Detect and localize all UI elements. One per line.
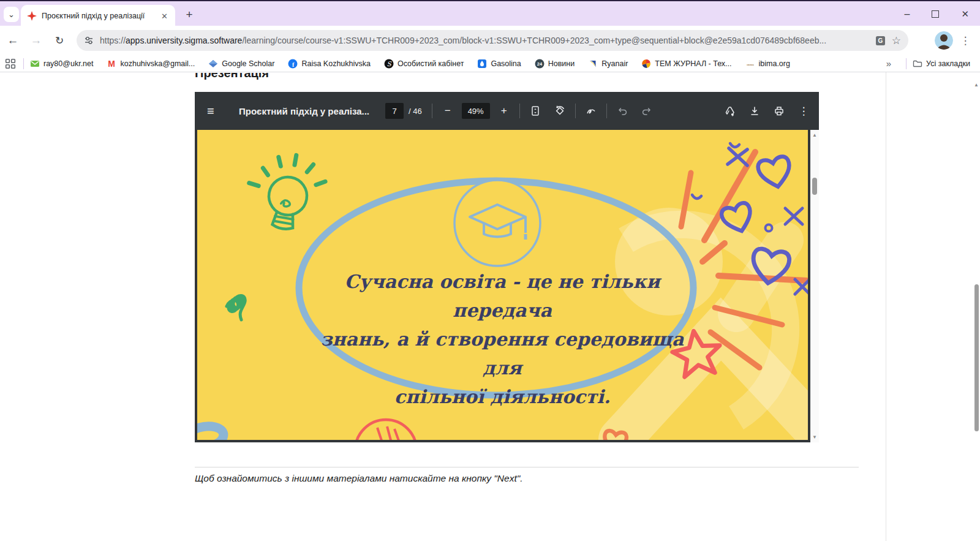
pdf-page-total: / 46 <box>409 107 422 116</box>
graduation-cap-badge <box>454 180 540 266</box>
all-bookmarks-button[interactable]: Усі закладки <box>913 59 970 69</box>
bookmark-item-ryanair[interactable]: Ryanair <box>588 59 628 69</box>
bookmark-item-ukrnet[interactable]: ray80@ukr.net <box>30 59 93 69</box>
pdf-page-input[interactable]: 7 <box>385 103 404 119</box>
page-scrollbar[interactable]: ▲ <box>973 76 980 541</box>
undo-icon[interactable] <box>617 105 628 116</box>
bookmark-label: Ryanair <box>601 59 628 68</box>
zoom-level[interactable]: 49% <box>462 103 490 119</box>
slide-page: Сучасна освіта - це не тільки передача з… <box>197 130 808 440</box>
content-divider <box>195 467 859 467</box>
bookmarks-bar: ray80@ukr.net M kozhuhivska@gmail... Goo… <box>0 55 980 72</box>
pdf-more-options-icon[interactable]: ⋮ <box>798 105 809 116</box>
ukrnet-mail-icon <box>30 59 40 69</box>
fit-page-icon[interactable] <box>530 105 541 116</box>
bookmarks-separator <box>23 58 24 69</box>
apps-grid-icon[interactable] <box>5 58 16 69</box>
ryanair-icon <box>588 59 598 69</box>
svg-text:G: G <box>878 37 883 44</box>
address-bar[interactable]: https://apps.university.sigma.software/l… <box>77 30 908 51</box>
bookmark-item-facebook[interactable]: f Raisa Kozhukhivska <box>288 59 371 69</box>
bookmark-label: Особистий кабінет <box>398 59 464 68</box>
profile-avatar[interactable] <box>935 31 953 50</box>
svg-text:S: S <box>386 60 391 67</box>
translate-icon[interactable]: G <box>875 36 886 46</box>
url-domain: apps.university.sigma.software <box>126 36 242 45</box>
close-button[interactable]: ✕ <box>961 9 969 20</box>
page-heading-clipped: Презентація <box>195 73 379 81</box>
tab-favicon-icon <box>27 11 37 21</box>
svg-text:M: M <box>108 59 116 69</box>
bookmark-item-ibima[interactable]: ıвıма ibima.org <box>745 59 790 69</box>
gasolina-icon <box>477 59 487 69</box>
back-button[interactable]: ← <box>5 32 21 48</box>
zoom-in-button[interactable]: + <box>499 105 510 117</box>
personal-cabinet-icon: S <box>384 59 394 69</box>
bookmark-label: ray80@ukr.net <box>43 59 93 68</box>
folder-icon <box>913 59 922 69</box>
quote-line: знань, а й створення середовища для <box>300 325 704 382</box>
facebook-icon: f <box>288 59 298 69</box>
annotate-pen-icon[interactable] <box>586 105 597 116</box>
bookmark-label: Raisa Kozhukhivska <box>301 59 371 68</box>
new-tab-button[interactable]: + <box>181 7 197 23</box>
pdf-scrollbar[interactable]: ▲ ▼ <box>810 130 819 442</box>
lightbulb-doodle <box>243 148 329 235</box>
add-to-drive-icon[interactable] <box>725 105 736 116</box>
page-scrollbar-thumb[interactable] <box>974 284 979 431</box>
pdf-menu-icon[interactable]: ≡ <box>207 105 218 116</box>
pdf-toolbar-divider <box>519 104 520 118</box>
slide-quote: Сучасна освіта - це не тільки передача з… <box>300 267 704 411</box>
quote-line: спільної діяльності. <box>300 382 704 411</box>
download-icon[interactable] <box>749 105 760 116</box>
bookmark-item-gasolina[interactable]: Gasolina <box>477 59 521 69</box>
tab-title: Проєктний підхід у реалізації <box>42 12 155 20</box>
browser-titlebar: ⌄ Проєктний підхід у реалізації ✕ + – ✕ <box>0 0 980 26</box>
forward-button[interactable]: → <box>28 32 44 48</box>
bookmark-star-icon[interactable]: ☆ <box>892 34 901 47</box>
bookmark-item-personal-cabinet[interactable]: S Особистий кабінет <box>384 59 464 69</box>
pdf-toolbar-divider <box>575 104 576 118</box>
svg-text:ıвıма: ıвıма <box>747 63 754 66</box>
redo-icon[interactable] <box>641 105 652 116</box>
browser-toolbar: ← → ↻ https://apps.university.sigma.soft… <box>0 26 980 55</box>
maximize-button[interactable] <box>932 10 939 18</box>
print-icon[interactable] <box>774 105 785 116</box>
bookmark-item-tem-journal[interactable]: ТЕМ ЖУРНАЛ - Тех... <box>641 59 731 69</box>
pdf-title: Проєктний підхід у реаліза... <box>239 106 369 116</box>
bookmark-label: ibima.org <box>759 59 790 68</box>
ibima-icon: ıвıма <box>745 59 755 69</box>
browser-menu-icon[interactable]: ⋮ <box>958 32 973 48</box>
pdf-scroll-up-icon[interactable]: ▲ <box>810 132 819 138</box>
tab-search-button[interactable]: ⌄ <box>4 7 19 22</box>
url-path: /learning/course/course-v1:SSWU+TCHR009+… <box>242 36 826 45</box>
news-24-icon: 24 <box>535 59 545 69</box>
bookmark-label: Gasolina <box>491 59 521 68</box>
page-scroll-up-icon[interactable]: ▲ <box>974 82 979 88</box>
all-bookmarks-label: Усі закладки <box>926 59 970 68</box>
tem-journal-icon <box>641 59 651 69</box>
pdf-viewer: ≡ Проєктний підхід у реаліза... 7 / 46 −… <box>195 92 819 442</box>
bookmark-label: Новини <box>548 59 575 68</box>
bookmark-item-gmail[interactable]: M kozhuhivska@gmail... <box>107 59 195 69</box>
url-text[interactable]: https://apps.university.sigma.software/l… <box>100 36 869 45</box>
pdf-toolbar-divider <box>606 104 607 118</box>
bookmark-item-news[interactable]: 24 Новини <box>535 59 575 69</box>
pdf-page-area: Сучасна освіта - це не тільки передача з… <box>195 130 819 442</box>
rotate-icon[interactable] <box>554 105 565 116</box>
site-settings-icon[interactable] <box>84 36 94 45</box>
pdf-scrollbar-thumb[interactable] <box>812 178 817 195</box>
url-scheme: https:// <box>100 36 126 45</box>
zoom-out-button[interactable]: − <box>442 105 453 117</box>
content-right-border <box>886 72 886 541</box>
pdf-toolbar-divider <box>432 104 432 118</box>
blue-squiggle-doodle <box>197 426 224 440</box>
pdf-scroll-down-icon[interactable]: ▼ <box>810 434 819 440</box>
browser-tab[interactable]: Проєктний підхід у реалізації ✕ <box>21 5 175 27</box>
bookmarks-overflow-icon[interactable]: » <box>886 58 891 69</box>
tab-close-icon[interactable]: ✕ <box>160 12 169 21</box>
reload-button[interactable]: ↻ <box>51 32 67 48</box>
bookmark-label: ТЕМ ЖУРНАЛ - Тех... <box>655 59 731 68</box>
bookmark-item-google-scholar[interactable]: Google Scholar <box>208 59 274 69</box>
minimize-button[interactable]: – <box>905 9 910 20</box>
